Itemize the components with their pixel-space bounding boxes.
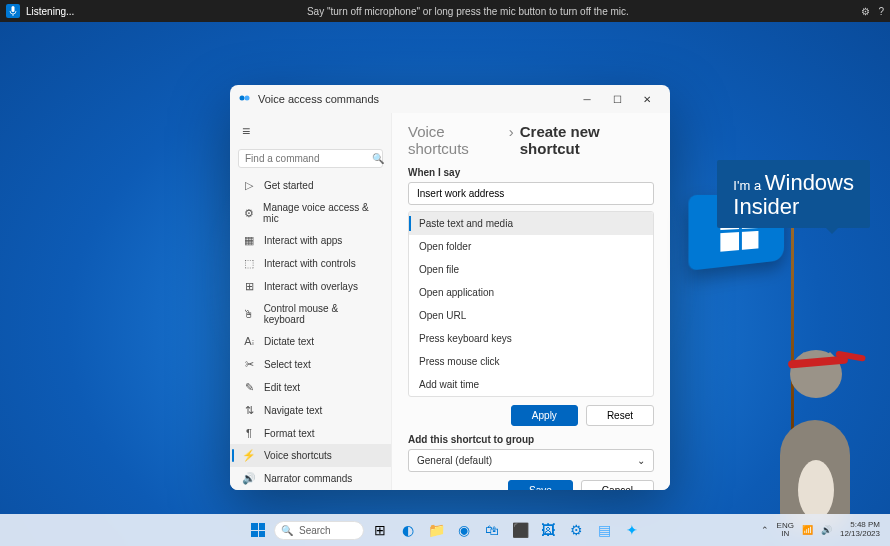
- copilot-icon[interactable]: ◐: [396, 518, 420, 542]
- search-box[interactable]: 🔍: [238, 149, 383, 168]
- action-option[interactable]: Open application: [409, 281, 653, 304]
- search-input[interactable]: [245, 153, 372, 164]
- sidebar-item[interactable]: ¶Format text: [230, 422, 391, 444]
- breadcrumb: Voice shortcuts › Create new shortcut: [408, 123, 654, 157]
- sidebar-item[interactable]: ▦Interact with apps: [230, 229, 391, 252]
- svg-point-2: [245, 96, 250, 101]
- photos-icon[interactable]: 🖼: [536, 518, 560, 542]
- when-input[interactable]: [408, 182, 654, 205]
- search-icon: 🔍: [281, 525, 293, 536]
- ninja-cat: [760, 350, 880, 530]
- nav-label: Manage voice access & mic: [263, 202, 379, 224]
- nav-icon: ⚡: [242, 449, 256, 462]
- app-icon: [238, 92, 252, 106]
- hamburger-icon[interactable]: ≡: [230, 117, 391, 145]
- nav-icon: ▦: [242, 234, 256, 247]
- sidebar-item[interactable]: ⚙Manage voice access & mic: [230, 197, 391, 229]
- speech-bubble: I'm a Windows Insider: [717, 160, 870, 228]
- nav-icon: ⊞: [242, 280, 256, 293]
- minimize-button[interactable]: ─: [572, 85, 602, 113]
- nav-icon: ⚙: [242, 207, 255, 220]
- help-icon[interactable]: ?: [878, 6, 884, 17]
- nav-label: Voice shortcuts: [264, 450, 332, 461]
- settings-icon[interactable]: ⚙: [861, 6, 870, 17]
- action-option[interactable]: Press keyboard keys: [409, 327, 653, 350]
- sidebar-item[interactable]: AᵢDictate text: [230, 330, 391, 353]
- app-icon-2[interactable]: ▤: [592, 518, 616, 542]
- action-option[interactable]: Open file: [409, 258, 653, 281]
- apply-button[interactable]: Apply: [511, 405, 578, 426]
- settings-icon[interactable]: ⚙: [564, 518, 588, 542]
- nav-label: Narrator commands: [264, 473, 352, 484]
- mic-icon[interactable]: [6, 4, 20, 18]
- nav-icon: ▷: [242, 179, 256, 192]
- tray-chevron-icon[interactable]: ⌃: [761, 525, 769, 535]
- edge-icon[interactable]: ◉: [452, 518, 476, 542]
- content-pane: Voice shortcuts › Create new shortcut Wh…: [392, 113, 670, 490]
- search-icon: 🔍: [372, 153, 384, 164]
- voice-access-window: Voice access commands ─ ☐ ✕ ≡ 🔍 ▷Get sta…: [230, 85, 670, 490]
- sidebar-item[interactable]: ⊞Interact with overlays: [230, 275, 391, 298]
- voice-access-bar: Listening... Say "turn off microphone" o…: [0, 0, 890, 22]
- nav-icon: Aᵢ: [242, 335, 256, 348]
- action-option[interactable]: Open URL: [409, 304, 653, 327]
- titlebar: Voice access commands ─ ☐ ✕: [230, 85, 670, 113]
- store-icon[interactable]: 🛍: [480, 518, 504, 542]
- sidebar-item[interactable]: ▷Get started: [230, 174, 391, 197]
- action-option[interactable]: Add wait time: [409, 373, 653, 396]
- sidebar-item[interactable]: ⚡Voice shortcuts: [230, 444, 391, 467]
- app-icon-1[interactable]: ⬛: [508, 518, 532, 542]
- taskbar-search[interactable]: 🔍Search: [274, 521, 364, 540]
- voice-hint: Say "turn off microphone" or long press …: [74, 6, 861, 17]
- sidebar-item[interactable]: ✎Edit text: [230, 376, 391, 399]
- task-view-icon[interactable]: ⊞: [368, 518, 392, 542]
- wifi-icon[interactable]: 📶: [802, 525, 813, 535]
- cancel-button[interactable]: Cancel: [581, 480, 654, 490]
- actions-dropdown: Paste text and mediaOpen folderOpen file…: [408, 211, 654, 397]
- sidebar-item[interactable]: ✂Select text: [230, 353, 391, 376]
- nav-label: Interact with overlays: [264, 281, 358, 292]
- action-option[interactable]: Press mouse click: [409, 350, 653, 373]
- insider-badge: I'm a Windows Insider: [717, 160, 870, 228]
- svg-rect-0: [12, 6, 15, 12]
- reset-button[interactable]: Reset: [586, 405, 654, 426]
- nav-icon: 🖱: [242, 308, 256, 320]
- nav-label: Edit text: [264, 382, 300, 393]
- volume-icon[interactable]: 🔊: [821, 525, 832, 535]
- breadcrumb-current: Create new shortcut: [520, 123, 654, 157]
- nav-label: Dictate text: [264, 336, 314, 347]
- sidebar-item[interactable]: ⇅Navigate text: [230, 399, 391, 422]
- sidebar-item[interactable]: ⬚Interact with controls: [230, 252, 391, 275]
- nav-icon: 🔊: [242, 472, 256, 485]
- maximize-button[interactable]: ☐: [602, 85, 632, 113]
- nav-label: Navigate text: [264, 405, 322, 416]
- group-value: General (default): [417, 455, 492, 466]
- app-icon-3[interactable]: ✦: [620, 518, 644, 542]
- taskbar: 🔍Search ⊞ ◐ 📁 ◉ 🛍 ⬛ 🖼 ⚙ ▤ ✦ ⌃ ENG IN 📶 🔊…: [0, 514, 890, 546]
- language-indicator[interactable]: ENG IN: [777, 522, 794, 538]
- voice-status: Listening...: [26, 6, 74, 17]
- group-label: Add this shortcut to group: [408, 434, 654, 445]
- sidebar-item[interactable]: 🔊Narrator commands: [230, 467, 391, 486]
- clock[interactable]: 5:48 PM 12/13/2023: [840, 521, 880, 539]
- svg-point-1: [240, 96, 245, 101]
- nav-label: Control mouse & keyboard: [264, 303, 379, 325]
- sidebar: ≡ 🔍 ▷Get started⚙Manage voice access & m…: [230, 113, 392, 490]
- breadcrumb-root[interactable]: Voice shortcuts: [408, 123, 503, 157]
- nav-label: Select text: [264, 359, 311, 370]
- chevron-down-icon: ⌄: [637, 455, 645, 466]
- save-button[interactable]: Save: [508, 480, 573, 490]
- sidebar-item[interactable]: 🖱Control mouse & keyboard: [230, 298, 391, 330]
- explorer-icon[interactable]: 📁: [424, 518, 448, 542]
- breadcrumb-sep: ›: [509, 123, 514, 140]
- nav-icon: ✎: [242, 381, 256, 394]
- nav-icon: ✂: [242, 358, 256, 371]
- start-button[interactable]: [246, 518, 270, 542]
- action-option[interactable]: Paste text and media: [409, 212, 653, 235]
- action-option[interactable]: Open folder: [409, 235, 653, 258]
- nav-icon: ⬚: [242, 257, 256, 270]
- close-button[interactable]: ✕: [632, 85, 662, 113]
- nav-label: Interact with controls: [264, 258, 356, 269]
- nav-label: Interact with apps: [264, 235, 342, 246]
- group-select[interactable]: General (default) ⌄: [408, 449, 654, 472]
